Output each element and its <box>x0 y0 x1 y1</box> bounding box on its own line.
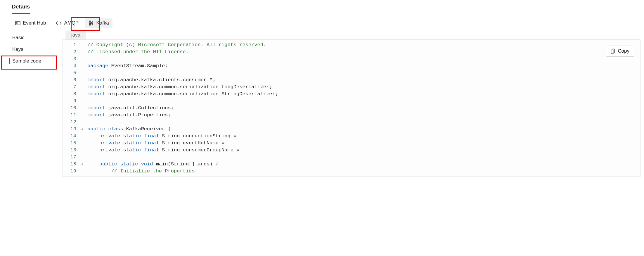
code-line: 18⊟ public static void main(String[] arg… <box>63 161 640 168</box>
fold-toggle <box>79 41 84 49</box>
line-number: 7 <box>63 84 79 91</box>
code-text: public class KafkaReceiver { <box>84 126 640 133</box>
fold-toggle[interactable]: ⊟ <box>79 161 84 168</box>
line-number: 13 <box>63 126 79 133</box>
side-item-sample-code[interactable]: Sample code <box>0 55 56 67</box>
code-line: 17 <box>63 154 640 161</box>
line-number: 1 <box>63 41 79 49</box>
svg-point-11 <box>92 23 93 25</box>
side-item-basic[interactable]: Basic <box>0 32 56 44</box>
code-line: 1 // Copyright (c) Microsoft Corporation… <box>63 41 640 49</box>
svg-point-5 <box>18 23 18 24</box>
code-line: 8 import org.apache.kafka.common.seriali… <box>63 91 640 98</box>
line-number: 6 <box>63 77 79 84</box>
code-line: 9 <box>63 98 640 105</box>
svg-point-9 <box>89 24 91 25</box>
fold-toggle <box>79 98 84 105</box>
fold-toggle <box>79 49 84 56</box>
code-line: 19 // Initialize the Properties <box>63 168 640 175</box>
line-number: 9 <box>63 98 79 105</box>
line-number: 10 <box>63 105 79 112</box>
copy-icon <box>611 49 615 54</box>
fold-toggle <box>79 133 84 140</box>
toolbar-item-label: AMQP <box>64 20 79 26</box>
code-text <box>84 98 640 105</box>
side-item-keys[interactable]: Keys <box>0 44 56 55</box>
line-number: 14 <box>63 133 79 140</box>
code-text: private static final String eventHubName… <box>84 140 640 147</box>
fold-toggle <box>79 147 84 154</box>
side-nav: Basic Keys Sample code <box>0 31 56 255</box>
code-line: 13⊟public class KafkaReceiver { <box>63 126 640 133</box>
code-line: 2 // Licensed under the MIT License. <box>63 49 640 56</box>
code-area: java Copy 1 // Copyright (c) Microsoft C… <box>56 31 644 255</box>
toolbar-amqp[interactable]: AMQP <box>52 18 82 28</box>
svg-rect-0 <box>15 21 20 25</box>
line-number: 8 <box>63 91 79 98</box>
line-number: 17 <box>63 154 79 161</box>
code-line: 11 import java.util.Properties; <box>63 112 640 119</box>
event-hub-icon <box>15 20 20 26</box>
tab-details[interactable]: Details <box>12 4 30 14</box>
line-number: 12 <box>63 119 79 126</box>
code-line: 14 private static final String connectio… <box>63 133 640 140</box>
code-text <box>84 119 640 126</box>
svg-point-4 <box>16 23 17 24</box>
code-text: private static final String consumerGrou… <box>84 147 640 154</box>
fold-toggle <box>79 56 84 63</box>
code-line: 5 <box>63 70 640 77</box>
fold-toggle <box>79 105 84 112</box>
code-text: private static final String connectionSt… <box>84 133 640 140</box>
code-line: 3 <box>63 56 640 63</box>
svg-point-8 <box>89 23 91 24</box>
language-tab[interactable]: java <box>65 31 86 39</box>
code-text <box>84 56 640 63</box>
fold-toggle <box>79 112 84 119</box>
toolbar-item-label: Kafka <box>96 20 109 26</box>
fold-toggle <box>79 140 84 147</box>
code-text <box>84 70 640 77</box>
fold-toggle <box>79 119 84 126</box>
line-number: 11 <box>63 112 79 119</box>
fold-toggle <box>79 84 84 91</box>
fold-toggle <box>79 63 84 70</box>
svg-point-2 <box>18 22 18 23</box>
fold-toggle <box>79 91 84 98</box>
code-text: // Licensed under the MIT License. <box>84 49 640 56</box>
code-text: public static void main(String[] args) { <box>84 161 640 168</box>
fold-toggle <box>79 168 84 175</box>
code-lines[interactable]: 1 // Copyright (c) Microsoft Corporation… <box>63 40 640 177</box>
line-number: 19 <box>63 168 79 175</box>
copy-button[interactable]: Copy <box>606 46 634 57</box>
code-text: import java.util.Properties; <box>84 112 640 119</box>
code-line: 15 private static final String eventHubN… <box>63 140 640 147</box>
code-line: 12 <box>63 119 640 126</box>
svg-rect-17 <box>611 50 614 53</box>
code-line: 10 import java.util.Collections; <box>63 105 640 112</box>
kafka-icon <box>89 20 94 26</box>
code-text: import org.apache.kafka.common.serializa… <box>84 84 640 91</box>
line-number: 16 <box>63 147 79 154</box>
copy-label: Copy <box>618 48 629 54</box>
code-line: 16 private static final String consumerG… <box>63 147 640 154</box>
svg-line-14 <box>91 23 92 23</box>
svg-point-1 <box>16 22 17 23</box>
code-text: import org.apache.kafka.clients.consumer… <box>84 77 640 84</box>
source-toolbar: Event Hub AMQP Kafka <box>0 14 644 31</box>
amqp-icon <box>56 21 62 25</box>
svg-point-7 <box>89 21 91 22</box>
fold-toggle[interactable]: ⊟ <box>79 126 84 133</box>
fold-toggle <box>79 77 84 84</box>
toolbar-kafka[interactable]: Kafka <box>85 18 112 28</box>
svg-point-6 <box>19 23 19 24</box>
code-text: import java.util.Collections; <box>84 105 640 112</box>
code-line: 6 import org.apache.kafka.clients.consum… <box>63 77 640 84</box>
toolbar-event-hub[interactable]: Event Hub <box>12 18 49 28</box>
code-text: package EventStream.Sample; <box>84 63 640 70</box>
line-number: 4 <box>63 63 79 70</box>
header-tabs: Details <box>0 0 644 14</box>
line-number: 3 <box>63 56 79 63</box>
svg-line-15 <box>91 23 92 24</box>
code-text: // Initialize the Properties <box>84 168 640 175</box>
svg-point-10 <box>92 22 93 23</box>
